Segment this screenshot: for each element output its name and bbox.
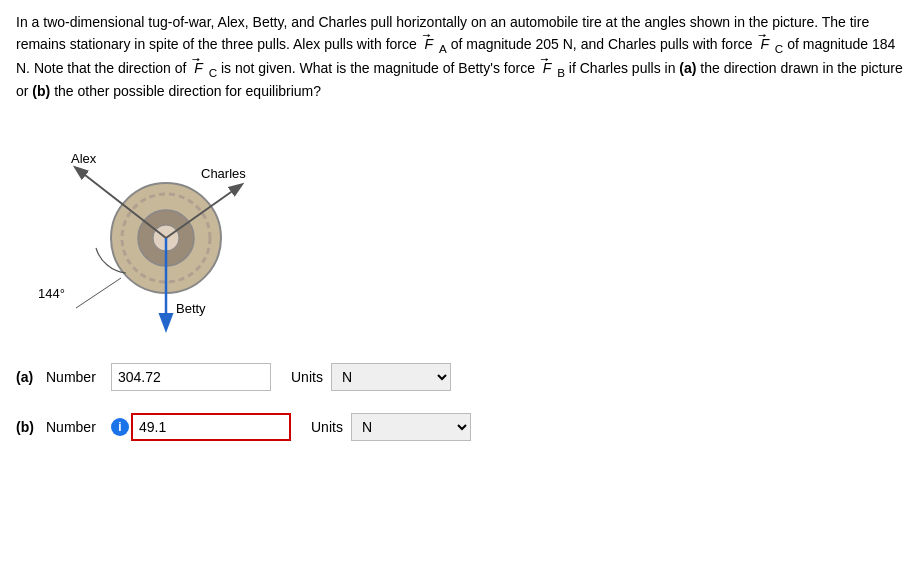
- diagram-area: Alex Charles Betty 144°: [16, 113, 326, 343]
- answer-b-units-label: Units: [311, 419, 343, 435]
- fc-vector2: →F: [190, 58, 204, 80]
- answer-b-input[interactable]: [131, 413, 291, 441]
- answer-a-type: Number: [46, 369, 111, 385]
- problem-text: In a two-dimensional tug-of-war, Alex, B…: [16, 12, 905, 103]
- answer-a-input-wrap: [111, 363, 271, 391]
- fb-subscript: B: [557, 65, 565, 78]
- answer-a-label: (a): [16, 369, 46, 385]
- fb-vector: →F: [539, 58, 553, 80]
- info-badge: i: [111, 418, 129, 436]
- answer-b-label: (b): [16, 419, 46, 435]
- fa-subscript: A: [439, 41, 447, 54]
- diagram-svg: Alex Charles Betty 144°: [16, 113, 326, 343]
- fc-subscript2: C: [209, 65, 217, 78]
- bold-b: (b): [32, 83, 50, 99]
- fa-vector: →F: [421, 34, 435, 56]
- answers-section: (a) Number Units N kN lbf (b) Number i U…: [16, 363, 905, 441]
- answer-a-units-label: Units: [291, 369, 323, 385]
- fc-vector: →F: [757, 34, 771, 56]
- answer-a-units-select[interactable]: N kN lbf: [331, 363, 451, 391]
- alex-label: Alex: [71, 151, 97, 166]
- angle-label: 144°: [38, 286, 65, 301]
- answer-a-input[interactable]: [111, 363, 271, 391]
- answer-b-type: Number: [46, 419, 111, 435]
- answer-b-units-select[interactable]: N kN lbf: [351, 413, 471, 441]
- problem-paragraph: In a two-dimensional tug-of-war, Alex, B…: [16, 12, 905, 103]
- svg-line-7: [76, 278, 121, 308]
- answer-b-input-wrap: i: [111, 413, 291, 441]
- answer-row-a: (a) Number Units N kN lbf: [16, 363, 905, 391]
- fc-subscript: C: [775, 41, 783, 54]
- bold-a: (a): [679, 60, 696, 76]
- betty-label: Betty: [176, 301, 206, 316]
- answer-row-b: (b) Number i Units N kN lbf: [16, 413, 905, 441]
- charles-label: Charles: [201, 166, 246, 181]
